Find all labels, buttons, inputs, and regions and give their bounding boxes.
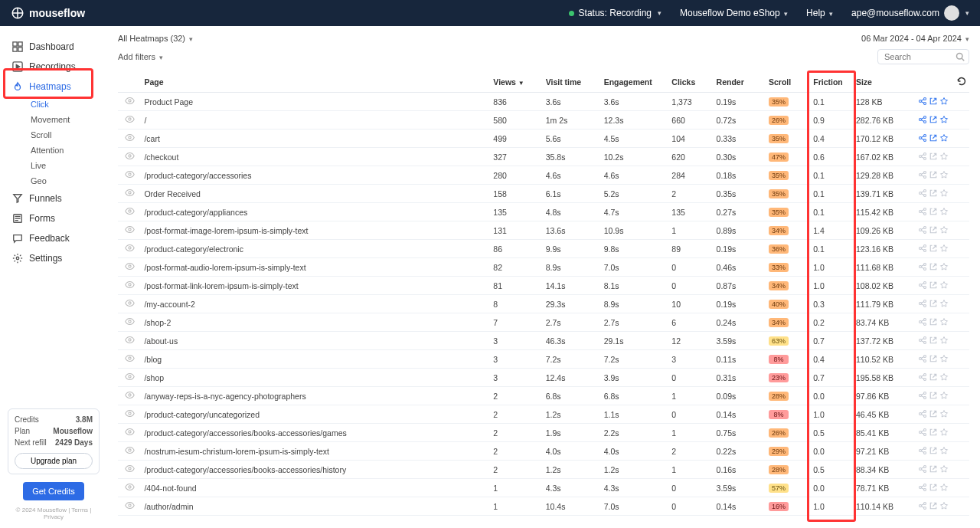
star-icon[interactable] [939, 391, 949, 402]
star-icon[interactable] [939, 115, 949, 126]
preview-icon[interactable] [118, 442, 141, 461]
star-icon[interactable] [939, 225, 949, 236]
table-row[interactable]: /post-format-image-lorem-ipsum-is-simply… [118, 221, 969, 240]
add-filters-button[interactable]: Add filters ▾ [118, 52, 163, 61]
col-clicks[interactable]: Clicks [668, 72, 713, 93]
open-icon[interactable] [929, 520, 938, 521]
preview-icon[interactable] [118, 332, 141, 350]
brand[interactable]: mouseflow [11, 6, 85, 20]
open-icon[interactable] [929, 133, 938, 144]
sub-item-geo[interactable]: Geo [31, 173, 103, 189]
table-row[interactable]: /product-category/accessories/books-acce… [118, 461, 969, 479]
heatmaps-table-wrap[interactable]: Page Views ▼ Visit time Engagement Click… [118, 72, 969, 520]
preview-icon[interactable] [118, 479, 141, 497]
table-row[interactable]: /404-not-found14.3s4.3s03.59s57%0.078.71… [118, 479, 969, 497]
preview-icon[interactable] [118, 258, 141, 277]
preview-icon[interactable] [118, 221, 141, 240]
user-menu[interactable]: ape@mouseflow.com ▾ [851, 5, 969, 21]
share-icon[interactable] [918, 280, 927, 291]
share-icon[interactable] [918, 115, 927, 126]
share-icon[interactable] [918, 97, 927, 107]
star-icon[interactable] [939, 170, 949, 181]
star-icon[interactable] [939, 299, 949, 310]
heatmaps-title-dropdown[interactable]: All Heatmaps (32) ▾ [118, 34, 193, 43]
status-dropdown[interactable]: Status: Recording ▾ [569, 8, 662, 18]
star-icon[interactable] [939, 428, 949, 438]
open-icon[interactable] [929, 97, 938, 107]
open-icon[interactable] [929, 501, 938, 512]
star-icon[interactable] [939, 336, 949, 346]
col-render[interactable]: Render [714, 72, 766, 93]
share-icon[interactable] [918, 391, 927, 402]
col-friction[interactable]: Friction [810, 72, 853, 93]
preview-icon[interactable] [118, 148, 141, 166]
sub-item-click[interactable]: Click [31, 97, 103, 112]
table-row[interactable]: /post-format-link-lorem-ipsum-is-simply-… [118, 277, 969, 295]
share-icon[interactable] [918, 133, 927, 144]
star-icon[interactable] [939, 520, 949, 521]
star-icon[interactable] [939, 189, 949, 199]
sub-item-live[interactable]: Live [31, 158, 103, 173]
table-row[interactable]: /shop-272.7s2.7s60.24s34%0.283.74 KB [118, 313, 969, 332]
sidebar-item-dashboard[interactable]: Dashboard [11, 37, 103, 57]
col-size[interactable]: Size [853, 72, 915, 93]
table-row[interactable]: /about-us346.3s29.1s123.59s63%0.7137.72 … [118, 332, 969, 350]
open-icon[interactable] [929, 354, 938, 365]
preview-icon[interactable] [118, 203, 141, 221]
preview-icon[interactable] [118, 497, 141, 516]
sidebar-item-feedback[interactable]: Feedback [11, 228, 103, 248]
open-icon[interactable] [929, 207, 938, 218]
workspace-dropdown[interactable]: Mouseflow Demo eShop ▾ [680, 8, 788, 18]
table-row[interactable]: /my-account143.6s18.4s31.30s86%0.0116.6 … [118, 516, 969, 521]
open-icon[interactable] [929, 280, 938, 291]
table-row[interactable]: Product Page8363.6s3.6s1,3730.19s35%0.11… [118, 93, 969, 111]
sidebar-item-settings[interactable]: Settings [11, 248, 103, 268]
share-icon[interactable] [918, 152, 927, 162]
preview-icon[interactable] [118, 369, 141, 387]
open-icon[interactable] [929, 262, 938, 273]
preview-icon[interactable] [118, 405, 141, 424]
share-icon[interactable] [918, 354, 927, 365]
star-icon[interactable] [939, 446, 949, 457]
sub-item-attention[interactable]: Attention [31, 143, 103, 158]
open-icon[interactable] [929, 244, 938, 254]
open-icon[interactable] [929, 483, 938, 494]
preview-icon[interactable] [118, 516, 141, 521]
col-scroll[interactable]: Scroll [766, 72, 810, 93]
table-row[interactable]: Order Received1586.1s5.2s20.35s35%0.1139… [118, 185, 969, 203]
table-row[interactable]: /product-category/appliances1354.8s4.7s1… [118, 203, 969, 221]
table-row[interactable]: /5801m 2s12.3s6600.72s26%0.9282.76 KB [118, 111, 969, 130]
open-icon[interactable] [929, 189, 938, 199]
share-icon[interactable] [918, 409, 927, 420]
share-icon[interactable] [918, 501, 927, 512]
date-range-dropdown[interactable]: 06 Mar 2024 - 04 Apr 2024 ▾ [861, 34, 969, 43]
sidebar-item-heatmaps[interactable]: Heatmaps [11, 77, 103, 97]
refresh-icon[interactable] [957, 77, 966, 86]
star-icon[interactable] [939, 501, 949, 512]
open-icon[interactable] [929, 299, 938, 310]
share-icon[interactable] [918, 244, 927, 254]
col-views[interactable]: Views ▼ [490, 72, 542, 93]
table-row[interactable]: /author/admin110.4s7.0s00.14s16%1.0110.1… [118, 497, 969, 516]
open-icon[interactable] [929, 464, 938, 475]
share-icon[interactable] [918, 483, 927, 494]
table-row[interactable]: /my-account-2829.3s8.9s100.19s40%0.3111.… [118, 295, 969, 313]
open-icon[interactable] [929, 372, 938, 383]
share-icon[interactable] [918, 299, 927, 310]
open-icon[interactable] [929, 115, 938, 126]
sidebar-item-recordings[interactable]: Recordings [11, 57, 103, 77]
star-icon[interactable] [939, 280, 949, 291]
table-row[interactable]: /anyway-reps-is-a-nyc-agency-photographe… [118, 387, 969, 405]
table-row[interactable]: /product-category/uncategorized21.2s1.1s… [118, 405, 969, 424]
table-row[interactable]: /product-category/electronic869.9s9.8s89… [118, 240, 969, 258]
open-icon[interactable] [929, 152, 938, 162]
share-icon[interactable] [918, 520, 927, 521]
open-icon[interactable] [929, 170, 938, 181]
share-icon[interactable] [918, 336, 927, 346]
share-icon[interactable] [918, 207, 927, 218]
star-icon[interactable] [939, 464, 949, 475]
upgrade-plan-button[interactable]: Upgrade plan [15, 453, 93, 469]
table-row[interactable]: /nostrum-iesum-christum-lorem-ipsum-is-s… [118, 442, 969, 461]
sidebar-item-forms[interactable]: Forms [11, 208, 103, 228]
share-icon[interactable] [918, 170, 927, 181]
